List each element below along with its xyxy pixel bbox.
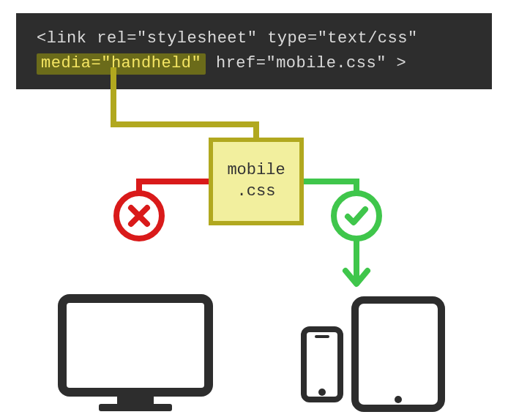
svg-rect-0 (62, 299, 209, 392)
svg-rect-6 (355, 300, 441, 408)
css-file-label-line1: mobile (227, 161, 285, 179)
svg-point-7 (395, 396, 402, 403)
code-line2-rest: href="mobile.css" > (206, 54, 406, 72)
smartphone-icon (304, 329, 340, 400)
tablet-icon (355, 300, 441, 408)
svg-rect-2 (99, 404, 172, 411)
svg-rect-4 (315, 335, 329, 338)
svg-rect-1 (117, 395, 154, 404)
cross-icon (113, 190, 165, 241)
code-media-highlight: media="handheld" (37, 53, 206, 75)
css-file-label-line2: .css (237, 182, 276, 200)
devices-row (0, 293, 508, 417)
code-snippet: <link rel="stylesheet" type="text/css" m… (16, 13, 492, 89)
code-line1: <link rel="stylesheet" type="text/css" (37, 29, 418, 48)
check-icon (331, 190, 382, 241)
css-file-label: mobile .css (227, 160, 285, 202)
css-file-box: mobile .css (209, 138, 304, 225)
desktop-monitor-icon (62, 299, 209, 411)
svg-point-5 (318, 389, 326, 396)
